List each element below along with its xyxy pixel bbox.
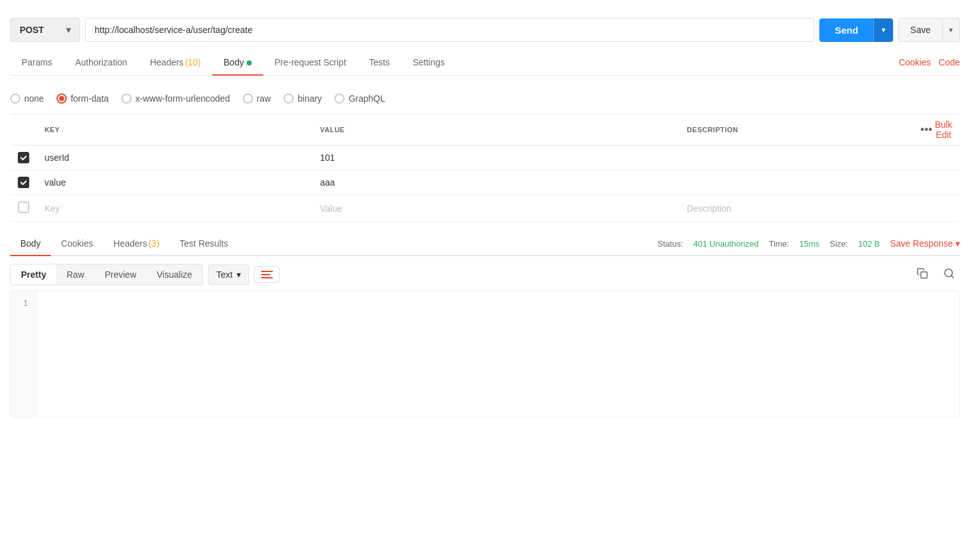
save-dropdown-button[interactable]: ▾ [942,19,959,41]
save-button[interactable]: Save [899,18,942,41]
status-value: 401 Unauthorized [693,239,759,249]
table-row: value aaa [10,170,960,195]
new-row-value[interactable]: Value [312,195,679,222]
time-label: Time: [768,239,789,249]
new-row-key[interactable]: Key [37,195,312,222]
row1-actions [910,146,960,170]
radio-form-data-circle [57,93,67,104]
code-link[interactable]: Code [939,57,960,67]
method-chevron: ▾ [66,25,71,35]
radio-urlencoded[interactable]: x-www-form-urlencoded [121,93,230,104]
new-row-description[interactable]: Description [680,195,910,222]
new-row-checkbox[interactable] [18,201,29,213]
text-format-select[interactable]: Text ▾ [208,264,249,285]
send-dropdown-button[interactable]: ▾ [873,18,893,42]
table-row: userId 101 [10,146,960,170]
method-label: POST [20,25,44,35]
row2-checkbox[interactable] [18,177,29,188]
format-tab-pretty[interactable]: Pretty [11,264,57,285]
radio-graphql-circle [334,93,345,104]
th-actions: ••• Bulk Edit [910,114,960,146]
response-tab-test-results[interactable]: Test Results [170,232,238,255]
th-value: VALUE [312,114,679,146]
response-tab-body[interactable]: Body [10,232,51,255]
tab-params[interactable]: Params [10,50,64,75]
save-response-button[interactable]: Save Response ▾ [890,238,960,249]
tab-pre-request[interactable]: Pre-request Script [263,50,358,75]
radio-none-circle [10,93,20,104]
size-value: 102 B [858,239,880,249]
table-row-new: Key Value Description [10,195,960,222]
th-key: KEY [37,114,312,146]
row1-value[interactable]: 101 [312,146,679,170]
radio-raw-circle [243,93,253,104]
response-body-toolbar: Pretty Raw Preview Visualize Text ▾ [10,256,960,290]
send-btn-group: Send ▾ [819,18,893,42]
radio-raw[interactable]: raw [243,93,271,104]
url-input[interactable] [85,18,814,42]
wrap-button[interactable] [254,266,280,283]
tab-settings[interactable]: Settings [401,50,456,75]
new-row-actions [910,195,960,222]
radio-urlencoded-circle [121,93,132,104]
response-tab-headers[interactable]: Headers(3) [104,232,170,255]
code-content[interactable] [36,291,959,417]
format-tabs: Pretty Raw Preview Visualize [10,264,203,285]
status-label: Status: [657,239,683,249]
row2-description[interactable] [680,170,910,195]
tab-authorization[interactable]: Authorization [64,50,139,75]
params-table: KEY VALUE DESCRIPTION ••• Bulk Edit [10,114,960,222]
request-tabs: Params Authorization Headers(10) Body Pr… [10,50,960,76]
radio-form-data[interactable]: form-data [57,93,109,104]
radio-binary[interactable]: binary [283,93,322,104]
radio-binary-circle [283,93,294,104]
toolbar-right [912,265,960,285]
response-code-area: 1 [10,290,960,418]
send-button[interactable]: Send [819,18,873,42]
more-options-button[interactable]: ••• [918,123,935,137]
url-bar: POST ▾ Send ▾ Save ▾ [10,10,960,50]
response-meta: Status: 401 Unauthorized Time: 15ms Size… [657,238,960,249]
bulk-edit-button[interactable]: Bulk Edit [935,120,952,140]
th-description: DESCRIPTION [680,114,910,146]
row1-checkbox-cell[interactable] [10,146,37,170]
tab-body[interactable]: Body [212,50,263,75]
search-button[interactable] [938,265,960,285]
header-right-links: Cookies Code [899,57,960,67]
wrap-icon [261,271,273,278]
copy-button[interactable] [912,265,933,285]
svg-rect-0 [921,271,927,278]
cookies-link[interactable]: Cookies [899,57,931,67]
method-select[interactable]: POST ▾ [10,18,80,42]
tab-tests[interactable]: Tests [358,50,402,75]
save-btn-group: Save ▾ [898,18,960,42]
time-value: 15ms [799,239,819,249]
new-row-checkbox-cell[interactable] [10,195,37,222]
row2-value[interactable]: aaa [312,170,679,195]
row2-key[interactable]: value [37,170,312,195]
row2-actions [910,170,960,195]
response-tab-cookies[interactable]: Cookies [51,232,104,255]
body-type-group: none form-data x-www-form-urlencoded raw… [10,86,960,114]
format-tab-visualize[interactable]: Visualize [147,264,203,285]
row1-description[interactable] [680,146,910,170]
format-tab-raw[interactable]: Raw [57,264,95,285]
row2-checkbox-cell[interactable] [10,170,37,195]
radio-none[interactable]: none [10,93,44,104]
format-tab-preview[interactable]: Preview [95,264,147,285]
tab-headers[interactable]: Headers(10) [139,50,212,75]
radio-graphql[interactable]: GraphQL [334,93,385,104]
response-tabs: Body Cookies Headers(3) Test Results Sta… [10,232,960,256]
th-checkbox [10,114,37,146]
body-dot [247,60,252,65]
size-label: Size: [830,239,848,249]
line-numbers: 1 [11,291,36,417]
row1-key[interactable]: userId [37,146,312,170]
row1-checkbox[interactable] [18,152,29,163]
svg-line-2 [951,275,953,277]
